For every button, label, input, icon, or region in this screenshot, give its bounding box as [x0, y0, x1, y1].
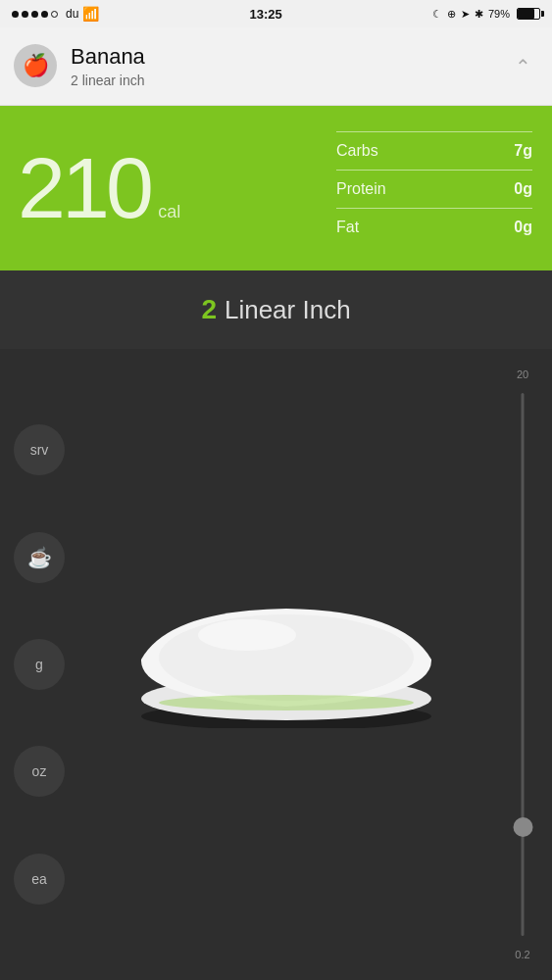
calorie-block: 210 cal: [18, 145, 180, 231]
slider-track[interactable]: [522, 393, 525, 936]
unit-g-label: g: [35, 657, 43, 672]
lock-icon: ⊕: [447, 8, 456, 21]
food-emoji: 🍎: [23, 53, 49, 78]
battery-fill: [518, 9, 534, 19]
bluetooth-icon: ✱: [475, 8, 483, 21]
protein-row: Protein 0g: [336, 170, 532, 208]
time-label: 13:25: [250, 7, 282, 22]
main-area: srv ☕ g oz ea: [0, 349, 552, 980]
wifi-icon: 📶: [82, 6, 99, 22]
quantity-number: 2: [201, 294, 217, 325]
battery-percent: 79%: [488, 8, 510, 20]
quantity-display: 2 Linear Inch: [0, 270, 552, 349]
slider-thumb[interactable]: [513, 817, 532, 837]
unit-srv-label: srv: [30, 442, 49, 458]
moon-icon: ☾: [432, 8, 442, 21]
cup-icon: ☕: [27, 546, 52, 569]
signal-dots: [12, 11, 58, 18]
food-name: Banana: [71, 44, 145, 70]
macros-block: Carbs 7g Protein 0g Fat 0g: [336, 131, 532, 246]
plate-green-highlight: [159, 695, 414, 710]
dot-5: [51, 11, 58, 18]
dot-4: [41, 11, 48, 18]
slider-area: 20 0.2: [493, 349, 552, 980]
food-serving: 2 linear inch: [71, 73, 145, 88]
slider-max-label: 20: [517, 368, 528, 380]
unit-cup-button[interactable]: ☕: [14, 532, 65, 583]
status-bar: du 📶 13:25 ☾ ⊕ ➤ ✱ 79%: [0, 0, 552, 27]
quantity-unit: Linear Inch: [225, 295, 351, 325]
battery-icon: [517, 8, 540, 20]
plate-svg: [129, 601, 443, 728]
fat-row: Fat 0g: [336, 208, 532, 246]
unit-oz-label: oz: [32, 763, 47, 779]
calorie-number: 210: [18, 139, 150, 236]
food-icon: 🍎: [14, 44, 57, 87]
fat-value: 0g: [514, 219, 532, 236]
unit-oz-button[interactable]: oz: [14, 746, 65, 797]
unit-g-button[interactable]: g: [14, 639, 65, 690]
calorie-unit: cal: [158, 202, 180, 221]
header-left: 🍎 Banana 2 linear inch: [14, 44, 145, 87]
carrier-label: du: [66, 7, 78, 21]
dot-2: [22, 11, 28, 18]
unit-srv-button[interactable]: srv: [14, 424, 65, 475]
protein-value: 0g: [514, 180, 532, 198]
location-icon: ➤: [461, 8, 470, 21]
dot-1: [12, 11, 19, 18]
carbs-row: Carbs 7g: [336, 131, 532, 170]
nutrition-panel: 210 cal Carbs 7g Protein 0g Fat 0g: [0, 106, 552, 270]
fat-label: Fat: [336, 219, 359, 236]
unit-ea-label: ea: [31, 871, 47, 887]
status-right: ☾ ⊕ ➤ ✱ 79%: [432, 8, 540, 21]
carbs-value: 7g: [514, 142, 532, 160]
collapse-button[interactable]: ⌃: [509, 53, 536, 80]
food-header: 🍎 Banana 2 linear inch ⌃: [0, 27, 552, 106]
status-left: du 📶: [12, 6, 99, 22]
slider-min-label: 0.2: [515, 949, 529, 960]
food-info: Banana 2 linear inch: [71, 44, 145, 87]
unit-selector: srv ☕ g oz ea: [0, 349, 78, 980]
carbs-label: Carbs: [336, 142, 378, 160]
protein-label: Protein: [336, 180, 386, 198]
unit-ea-button[interactable]: ea: [14, 854, 65, 905]
plate-area: [78, 349, 493, 980]
dot-3: [31, 11, 38, 18]
plate-sheen: [198, 619, 296, 651]
